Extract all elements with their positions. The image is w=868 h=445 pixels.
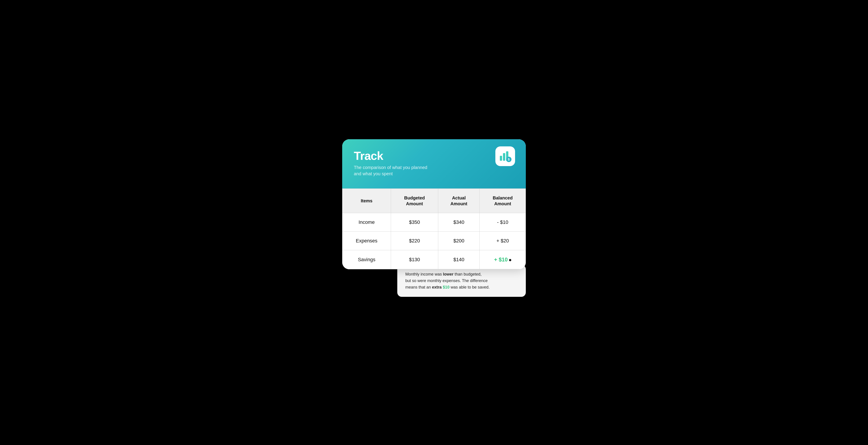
scene: Track The comparison of what you planned…	[342, 139, 526, 306]
row-income-item: Income	[342, 213, 391, 232]
row-savings-actual: $140	[438, 250, 480, 269]
svg-rect-1	[503, 153, 505, 161]
tooltip-text: Monthly income was lower than budgeted, …	[405, 271, 518, 290]
col-header-items: Items	[342, 189, 391, 213]
table-row: Income $350 $340 - $10	[342, 213, 526, 232]
table-row: Expenses $220 $200 + $20	[342, 232, 526, 250]
col-header-budgeted: BudgetedAmount	[391, 189, 438, 213]
row-income-actual: $340	[438, 213, 480, 232]
row-income-budgeted: $350	[391, 213, 438, 232]
row-savings-item: Savings	[342, 250, 391, 269]
row-expenses-item: Expenses	[342, 232, 391, 250]
table-header-row: Items BudgetedAmount ActualAmount Balanc…	[342, 189, 526, 213]
svg-text:$: $	[508, 158, 510, 161]
tooltip-bold-extra: extra	[432, 285, 443, 289]
card-header: Track The comparison of what you planned…	[342, 139, 526, 188]
row-savings-balanced: + $10	[480, 250, 526, 269]
budget-chart-icon: $	[495, 147, 515, 166]
table-row: Savings $130 $140 + $10	[342, 250, 526, 269]
svg-rect-0	[500, 156, 502, 161]
header-subtitle: The comparison of what you plannedand wh…	[354, 164, 514, 177]
table-container: Items BudgetedAmount ActualAmount Balanc…	[342, 188, 526, 269]
connector-dot	[508, 257, 511, 262]
chart-svg: $	[498, 150, 512, 163]
tooltip-green-amount: $10	[443, 285, 450, 289]
header-title: Track	[354, 149, 514, 162]
row-expenses-budgeted: $220	[391, 232, 438, 250]
row-expenses-actual: $200	[438, 232, 480, 250]
main-card: Track The comparison of what you planned…	[342, 139, 526, 269]
col-header-actual: ActualAmount	[438, 189, 480, 213]
budget-table: Items BudgetedAmount ActualAmount Balanc…	[342, 188, 526, 269]
col-header-balanced: BalancedAmount	[480, 189, 526, 213]
savings-balanced-value: + $10	[494, 257, 508, 262]
row-expenses-balanced: + $20	[480, 232, 526, 250]
tooltip-bold-lower: lower	[443, 272, 454, 277]
tooltip-card: Monthly income was lower than budgeted, …	[397, 265, 526, 296]
row-income-balanced: - $10	[480, 213, 526, 232]
row-savings-budgeted: $130	[391, 250, 438, 269]
